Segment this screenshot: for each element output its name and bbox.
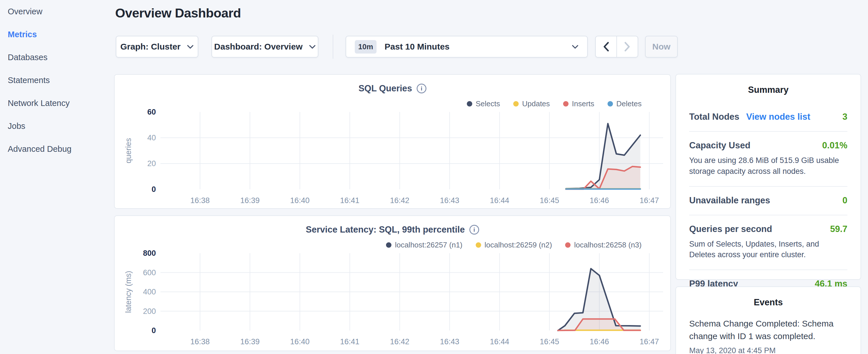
view-nodes-list-link[interactable]: View nodes list bbox=[746, 112, 810, 122]
y-axis-unit-label: queries bbox=[124, 138, 133, 164]
chevron-down-icon bbox=[309, 45, 316, 49]
summary-row-value: 59.7 bbox=[830, 224, 847, 234]
sidebar-nav: OverviewMetricsDatabasesStatementsNetwor… bbox=[8, 6, 102, 154]
sidebar-item-overview[interactable]: Overview bbox=[8, 6, 102, 17]
time-range-badge: 10m bbox=[355, 40, 376, 54]
graph-dropdown[interactable]: Graph: Cluster bbox=[116, 36, 198, 58]
sidebar-item-jobs[interactable]: Jobs bbox=[8, 121, 102, 131]
y-axis-tick-label: 0 bbox=[124, 185, 156, 194]
graph-dropdown-label: Graph: Cluster bbox=[120, 42, 181, 52]
chevron-left-icon bbox=[603, 42, 609, 52]
y-axis-tick-label: 60 bbox=[124, 108, 156, 117]
time-pager bbox=[595, 36, 638, 58]
event-message: Schema Change Completed: Schema change w… bbox=[689, 317, 847, 343]
x-axis-tick-label: 16:39 bbox=[240, 337, 260, 346]
summary-title: Summary bbox=[676, 85, 861, 95]
x-axis-tick-label: 16:42 bbox=[390, 337, 409, 346]
x-axis-tick-label: 16:41 bbox=[340, 337, 360, 346]
x-axis-tick-label: 16:43 bbox=[440, 196, 459, 205]
x-axis-tick-label: 16:44 bbox=[490, 337, 509, 346]
dashboard-dropdown-label: Dashboard: Overview bbox=[214, 42, 302, 52]
x-axis-tick-label: 16:40 bbox=[290, 337, 310, 346]
x-axis-tick-label: 16:39 bbox=[240, 196, 260, 205]
sidebar-item-statements[interactable]: Statements bbox=[8, 75, 102, 85]
events-title: Events bbox=[676, 297, 861, 308]
summary-row: Queries per second59.7Sum of Selects, Up… bbox=[689, 215, 847, 270]
time-range-selector[interactable]: 10m Past 10 Minutes bbox=[346, 36, 588, 58]
x-axis-tick-label: 16:38 bbox=[190, 337, 210, 346]
time-back-button[interactable] bbox=[596, 36, 617, 57]
sidebar-item-databases[interactable]: Databases bbox=[8, 52, 102, 62]
summary-row-description: You are using 28.6 MiB of 515.9 GiB usab… bbox=[689, 155, 847, 177]
chevron-down-icon bbox=[187, 45, 194, 49]
x-axis-tick-label: 16:42 bbox=[390, 196, 409, 205]
x-axis-tick-label: 16:45 bbox=[540, 337, 559, 346]
page-title: Overview Dashboard bbox=[115, 6, 241, 21]
x-axis-tick-label: 16:46 bbox=[590, 196, 609, 205]
events-list: Schema Change Completed: Schema change w… bbox=[689, 317, 847, 354]
chevron-right-icon bbox=[624, 42, 630, 52]
x-axis-tick-label: 16:44 bbox=[490, 196, 509, 205]
summary-row-description: Sum of Selects, Updates, Inserts, and De… bbox=[689, 239, 847, 261]
y-axis-tick-label: 800 bbox=[124, 249, 156, 258]
service-latency-chart-card: Service Latency: SQL, 99th percentileilo… bbox=[114, 215, 671, 351]
x-axis-tick-label: 16:47 bbox=[640, 337, 659, 346]
events-panel: Events Schema Change Completed: Schema c… bbox=[676, 286, 861, 354]
time-forward-button[interactable] bbox=[617, 36, 638, 57]
summary-row-value: 0.01% bbox=[822, 140, 847, 151]
dashboard-dropdown[interactable]: Dashboard: Overview bbox=[212, 36, 318, 58]
time-range-label: Past 10 Minutes bbox=[384, 42, 450, 52]
event-timestamp: May 13, 2020 at 4:45 PM bbox=[689, 346, 847, 354]
x-axis-tick-label: 16:43 bbox=[440, 337, 459, 346]
chart-plot-area[interactable] bbox=[115, 75, 670, 208]
summary-row-label: Queries per second bbox=[689, 224, 772, 234]
sidebar: OverviewMetricsDatabasesStatementsNetwor… bbox=[8, 6, 102, 167]
summary-rows: Total NodesView nodes list3Capacity Used… bbox=[689, 103, 847, 298]
summary-row: Capacity Used0.01%You are using 28.6 MiB… bbox=[689, 132, 847, 187]
y-axis-unit-label: latency (ms) bbox=[124, 271, 133, 313]
toolbar-divider bbox=[333, 35, 333, 59]
app-root: OverviewMetricsDatabasesStatementsNetwor… bbox=[0, 0, 868, 354]
summary-row: Total NodesView nodes list3 bbox=[689, 103, 847, 132]
summary-row-label: Total Nodes bbox=[689, 112, 739, 122]
x-axis-tick-label: 16:45 bbox=[540, 196, 559, 205]
summary-row-label: Unavailable ranges bbox=[689, 195, 770, 206]
chevron-down-icon bbox=[572, 45, 579, 49]
summary-row: Unavailable ranges0 bbox=[689, 187, 847, 215]
sidebar-item-network-latency[interactable]: Network Latency bbox=[8, 98, 102, 108]
summary-row-value: 3 bbox=[842, 112, 847, 122]
summary-row-label: Capacity Used bbox=[689, 140, 750, 151]
now-button[interactable]: Now bbox=[645, 36, 678, 58]
x-axis-tick-label: 16:40 bbox=[290, 196, 310, 205]
summary-panel: Summary Total NodesView nodes list3Capac… bbox=[676, 74, 861, 280]
sidebar-item-advanced-debug[interactable]: Advanced Debug bbox=[8, 144, 102, 154]
chart-plot-area[interactable] bbox=[115, 216, 670, 349]
sql-queries-chart-card: SQL QueriesiSelectsUpdatesInsertsDeletes… bbox=[114, 74, 671, 209]
sidebar-item-metrics[interactable]: Metrics bbox=[8, 29, 102, 39]
summary-row-value: 0 bbox=[842, 195, 847, 206]
x-axis-tick-label: 16:38 bbox=[190, 196, 210, 205]
x-axis-tick-label: 16:47 bbox=[640, 196, 659, 205]
x-axis-tick-label: 16:41 bbox=[340, 196, 360, 205]
x-axis-tick-label: 16:46 bbox=[590, 337, 609, 346]
y-axis-tick-label: 0 bbox=[124, 326, 156, 335]
